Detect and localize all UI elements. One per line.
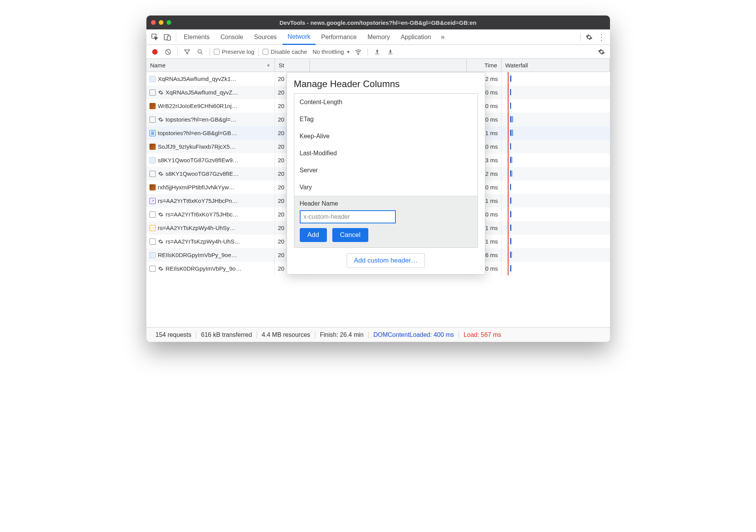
header-columns-list: Content-LengthETagKeep-AliveLast-Modifie… bbox=[294, 93, 478, 248]
download-icon[interactable] bbox=[385, 46, 396, 57]
svg-rect-2 bbox=[167, 36, 170, 40]
file-icon bbox=[149, 89, 156, 96]
settings-icon[interactable] bbox=[583, 31, 595, 43]
waterfall-cell bbox=[502, 140, 610, 153]
tab-network[interactable]: Network bbox=[282, 30, 316, 45]
kebab-menu-icon[interactable]: ⋮ bbox=[595, 31, 608, 43]
header-column-item[interactable]: Server bbox=[294, 162, 478, 179]
cancel-button[interactable]: Cancel bbox=[332, 228, 368, 242]
header-name-input[interactable] bbox=[300, 210, 396, 223]
image-icon bbox=[149, 157, 156, 163]
tab-console[interactable]: Console bbox=[215, 29, 249, 45]
gear-icon bbox=[158, 212, 163, 217]
chevron-down-icon: ▼ bbox=[346, 50, 351, 54]
throttling-select[interactable]: No throttling ▼ bbox=[313, 48, 351, 55]
more-tabs-icon[interactable]: » bbox=[436, 31, 449, 43]
header-column-item[interactable]: Content-Length bbox=[294, 94, 478, 111]
request-name: s8KY1QwooTG87Gzv8fIE… bbox=[166, 170, 239, 177]
request-name: rxh5jjHyxmiPPtibfIJvNkYyw… bbox=[158, 184, 235, 190]
header-column-item[interactable]: Vary bbox=[294, 179, 478, 196]
waterfall-cell bbox=[502, 248, 610, 262]
script-icon: ↗ bbox=[149, 198, 156, 204]
request-name: rs=AA2YrTt6xKoY75JHbc… bbox=[166, 211, 239, 218]
gear-icon bbox=[158, 171, 163, 177]
filter-icon[interactable] bbox=[182, 46, 192, 57]
disable-cache-checkbox[interactable]: Disable cache bbox=[263, 48, 307, 55]
waterfall-cell bbox=[502, 86, 610, 99]
device-toolbar-icon[interactable] bbox=[161, 31, 174, 43]
inspect-element-icon[interactable] bbox=[149, 31, 161, 43]
column-hidden bbox=[310, 59, 467, 72]
waterfall-cell bbox=[502, 235, 610, 248]
record-button[interactable] bbox=[149, 46, 160, 57]
request-name: WrB22rIJoIoEe9CHhi60R1nj… bbox=[158, 103, 238, 109]
image-icon bbox=[149, 252, 156, 258]
waterfall-cell bbox=[502, 126, 610, 140]
add-custom-header-button[interactable]: Add custom header… bbox=[347, 253, 425, 268]
network-status-bar: 154 requests 616 kB transferred 4.4 MB r… bbox=[146, 327, 610, 342]
custom-header-form: Header Name Add Cancel bbox=[294, 196, 478, 247]
network-requests-table: XqRNAsJ5AwfIumd_qyvZk1…202 msXqRNAsJ5Awf… bbox=[146, 72, 610, 327]
script-icon: ⋯ bbox=[149, 225, 156, 231]
header-name-label: Header Name bbox=[300, 200, 338, 207]
window-titlebar: DevTools - news.google.com/topstories?hl… bbox=[146, 15, 610, 29]
dialog-title: Manage Header Columns bbox=[294, 79, 478, 89]
tab-elements[interactable]: Elements bbox=[179, 29, 215, 45]
request-name: topstories?hl=en-GB&gl=GB… bbox=[158, 130, 237, 136]
request-name: topstories?hl=en-GB&gl=… bbox=[166, 116, 237, 123]
svg-point-5 bbox=[358, 54, 359, 55]
column-time[interactable]: Time bbox=[467, 59, 502, 72]
window-title: DevTools - news.google.com/topstories?hl… bbox=[146, 19, 610, 26]
document-icon bbox=[149, 130, 156, 136]
request-name: SoJfJ9_9zIykuFIwxb7RjcX5… bbox=[158, 143, 236, 150]
tab-memory[interactable]: Memory bbox=[362, 29, 395, 45]
tab-sources[interactable]: Sources bbox=[249, 29, 282, 45]
status-domcontentloaded: DOMContentLoaded: 400 ms bbox=[369, 331, 459, 338]
request-name: rs=AA2YrTsKzpWy4h-UhS… bbox=[166, 238, 241, 245]
status-resources: 4.4 MB resources bbox=[257, 331, 315, 338]
preserve-log-checkbox[interactable]: Preserve log bbox=[214, 48, 254, 55]
disable-cache-label: Disable cache bbox=[271, 48, 307, 55]
request-name: rs=AA2YrTt6xKoY75JHbcPn… bbox=[158, 197, 238, 204]
request-name: REIlsK0DRGpyImVbPy_9oe… bbox=[158, 252, 237, 258]
status-transferred: 616 kB transferred bbox=[196, 331, 257, 338]
waterfall-cell bbox=[502, 113, 610, 126]
gear-icon bbox=[158, 90, 163, 95]
file-icon bbox=[149, 239, 156, 245]
waterfall-cell bbox=[502, 153, 610, 167]
manage-header-columns-dialog: Manage Header Columns Content-LengthETag… bbox=[287, 72, 485, 275]
request-name: REIlsK0DRGpyImVbPy_9o… bbox=[166, 265, 242, 272]
waterfall-cell bbox=[502, 208, 610, 221]
column-waterfall[interactable]: Waterfall bbox=[502, 59, 610, 72]
devtools-tabstrip: ElementsConsoleSourcesNetworkPerformance… bbox=[146, 29, 610, 45]
waterfall-cell bbox=[502, 180, 610, 194]
request-name: rs=AA2YrTsKzpWy4h-UhSy… bbox=[158, 225, 235, 231]
tab-performance[interactable]: Performance bbox=[316, 29, 362, 45]
column-name[interactable]: Name ▼ bbox=[146, 59, 275, 72]
wifi-icon[interactable] bbox=[353, 46, 364, 57]
file-icon bbox=[149, 117, 156, 123]
clear-icon[interactable] bbox=[163, 46, 174, 57]
upload-icon[interactable] bbox=[372, 46, 383, 57]
request-name: s8KY1QwooTG87Gzv8fIEw9… bbox=[158, 157, 239, 163]
header-column-item[interactable]: Last-Modified bbox=[294, 145, 478, 162]
network-columns-header: Name ▼ St Time Waterfall bbox=[146, 59, 610, 72]
search-icon[interactable] bbox=[195, 46, 206, 57]
file-icon bbox=[149, 266, 156, 272]
waterfall-cell bbox=[502, 194, 610, 208]
network-settings-icon[interactable] bbox=[596, 46, 607, 57]
status-finish: Finish: 26.4 min bbox=[315, 331, 369, 338]
add-button[interactable]: Add bbox=[300, 228, 327, 242]
gear-icon bbox=[158, 266, 163, 271]
gear-icon bbox=[158, 239, 163, 244]
waterfall-cell bbox=[502, 72, 610, 86]
status-requests: 154 requests bbox=[151, 331, 197, 338]
header-column-item[interactable]: ETag bbox=[294, 111, 478, 128]
column-status[interactable]: St bbox=[275, 59, 310, 72]
tab-application[interactable]: Application bbox=[395, 29, 436, 45]
header-column-item[interactable]: Keep-Alive bbox=[294, 128, 478, 145]
image-icon bbox=[149, 76, 156, 82]
waterfall-cell bbox=[502, 167, 610, 180]
status-load: Load: 567 ms bbox=[459, 331, 506, 338]
image-icon bbox=[149, 144, 156, 150]
